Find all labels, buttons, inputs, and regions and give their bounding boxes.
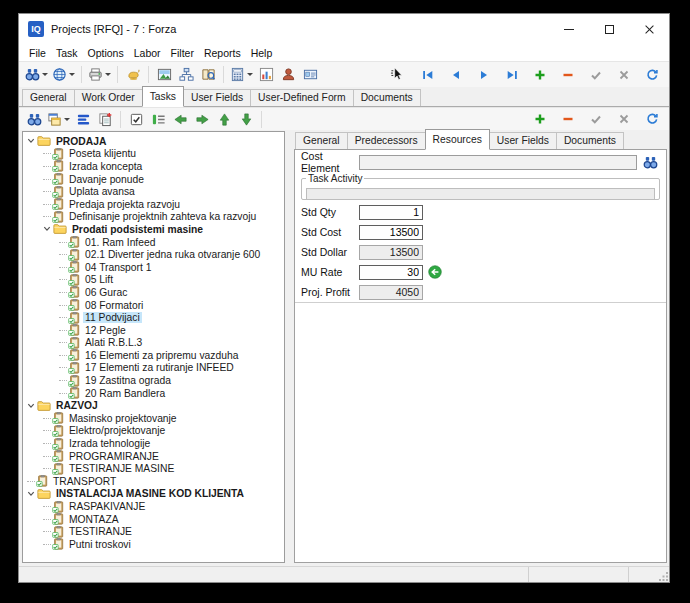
refresh-button[interactable] <box>642 64 662 85</box>
report-preview-button[interactable] <box>198 64 218 85</box>
cancel-button[interactable] <box>614 109 634 130</box>
tree-item[interactable]: Izrada tehnologije <box>23 437 284 450</box>
tree-item[interactable]: 04 Transport 1 <box>23 261 284 274</box>
std-cost-input[interactable] <box>359 225 423 240</box>
chevron-down-icon[interactable] <box>27 490 35 498</box>
tree-folder[interactable]: RAZVOJ <box>23 399 284 412</box>
tree-item[interactable]: TESTIRANJE <box>23 525 284 538</box>
tree-item[interactable]: Masinsko projektovanje <box>23 412 284 425</box>
tree-item[interactable]: Putni troskovi <box>23 538 284 551</box>
move-left-button[interactable] <box>170 109 190 130</box>
chevron-down-icon[interactable] <box>27 137 35 145</box>
tree-item[interactable]: 19 Zastitna ograda <box>23 374 284 387</box>
checklist-button[interactable] <box>126 109 146 130</box>
mu-rate-input[interactable] <box>359 265 423 280</box>
post-button[interactable] <box>586 109 606 130</box>
tree-item[interactable]: Izrada koncepta <box>23 160 284 173</box>
tree-item[interactable]: PROGRAMIRANJE <box>23 450 284 463</box>
detail-tab-predecessors[interactable]: Predecessors <box>347 132 426 149</box>
main-tab-user-fields[interactable]: User Fields <box>183 89 251 106</box>
std-qty-input[interactable] <box>359 205 423 220</box>
cost-element-input[interactable] <box>359 155 637 170</box>
recalculate-button[interactable] <box>428 265 442 279</box>
dropdown-arrow-icon[interactable] <box>69 73 75 76</box>
insert-task-button[interactable] <box>148 109 168 130</box>
cost-element-find-button[interactable] <box>640 154 660 170</box>
post-button[interactable] <box>586 64 606 85</box>
tree-folder[interactable]: INSTALACIJA MASINE KOD KLIJENTA <box>23 488 284 501</box>
maximize-button[interactable] <box>589 14 629 44</box>
tree-item[interactable]: Predaja projekta razvoju <box>23 198 284 211</box>
menu-options[interactable]: Options <box>83 47 129 59</box>
menu-reports[interactable]: Reports <box>199 47 246 59</box>
tree-item[interactable]: 12 Pegle <box>23 324 284 337</box>
menu-filter[interactable]: Filter <box>166 47 199 59</box>
cancel-button[interactable] <box>614 64 634 85</box>
tree-folder[interactable]: PRODAJA <box>23 135 284 148</box>
main-tab-general[interactable]: General <box>22 89 75 106</box>
main-tab-user-defined-form[interactable]: User-Defined Form <box>250 89 354 106</box>
titlebar[interactable]: IQ Projects [RFQ] - 7 : Forza <box>19 14 669 44</box>
detail-tab-resources[interactable]: Resources <box>425 129 490 150</box>
chart-button[interactable] <box>256 64 276 85</box>
dropdown-arrow-icon[interactable] <box>105 73 111 76</box>
close-button[interactable] <box>629 14 669 44</box>
tree-item[interactable]: Uplata avansa <box>23 185 284 198</box>
resize-grip[interactable] <box>657 570 669 582</box>
tree-item[interactable]: 20 Ram Bandlera <box>23 387 284 400</box>
minimize-button[interactable] <box>549 14 589 44</box>
nav-prev-button[interactable] <box>446 64 466 85</box>
contact-card-button[interactable] <box>300 64 320 85</box>
tree-item[interactable]: 17 Elementi za rutiranje INFEED <box>23 362 284 375</box>
menu-labor[interactable]: Labor <box>129 47 166 59</box>
tree-item[interactable]: Poseta klijentu <box>23 148 284 161</box>
find-button[interactable] <box>24 64 49 85</box>
tree-item[interactable]: TRANSPORT <box>23 475 284 488</box>
delete-button[interactable] <box>558 64 578 85</box>
move-right-button[interactable] <box>192 109 212 130</box>
print-button[interactable] <box>87 64 112 85</box>
dropdown-arrow-icon[interactable] <box>42 73 48 76</box>
tree-item[interactable]: MONTAZA <box>23 513 284 526</box>
tree-item[interactable]: Davanje ponude <box>23 173 284 186</box>
dropdown-arrow-icon[interactable] <box>247 73 253 76</box>
collapse-button[interactable] <box>73 109 93 130</box>
hierarchy-button[interactable] <box>176 64 196 85</box>
user-button[interactable] <box>278 64 298 85</box>
tree-item[interactable]: Definisanje projektnih zahteva ka razvoj… <box>23 211 284 224</box>
detail-tab-general[interactable]: General <box>295 132 348 149</box>
tree-item[interactable]: 02.1 Diverter jedna ruka otvaranje 600 <box>23 248 284 261</box>
calculator-button[interactable] <box>229 64 254 85</box>
main-tab-tasks[interactable]: Tasks <box>142 86 184 107</box>
chevron-down-icon[interactable] <box>43 225 51 233</box>
detail-tab-documents[interactable]: Documents <box>556 132 624 149</box>
menu-file[interactable]: File <box>24 47 51 59</box>
delete-button[interactable] <box>558 109 578 130</box>
tree-folder[interactable]: Prodati podsistemi masine <box>23 223 284 236</box>
tree-item[interactable]: 06 Gurac <box>23 286 284 299</box>
nav-last-button[interactable] <box>502 64 522 85</box>
add-button[interactable] <box>530 109 550 130</box>
tree-item[interactable]: Alati R.B.L.3 <box>23 337 284 350</box>
tree-item[interactable]: 16 Elementi za pripremu vazduha <box>23 349 284 362</box>
find-button[interactable] <box>24 109 44 130</box>
tree-item[interactable]: 11 Podvijaci <box>23 311 284 324</box>
move-down-button[interactable] <box>236 109 256 130</box>
add-button[interactable] <box>530 64 550 85</box>
tree-item[interactable]: 05 Lift <box>23 274 284 287</box>
menu-task[interactable]: Task <box>51 47 83 59</box>
nav-first-button[interactable] <box>418 64 438 85</box>
layout-button[interactable] <box>46 109 71 130</box>
picture-button[interactable] <box>154 64 174 85</box>
main-tab-documents[interactable]: Documents <box>353 89 421 106</box>
main-tab-work-order[interactable]: Work Order <box>74 89 143 106</box>
lamp-button[interactable] <box>123 64 143 85</box>
globe-button[interactable] <box>51 64 76 85</box>
dropdown-arrow-icon[interactable] <box>64 118 70 121</box>
tree-item[interactable]: 08 Formatori <box>23 299 284 312</box>
chevron-down-icon[interactable] <box>27 402 35 410</box>
menu-help[interactable]: Help <box>246 47 278 59</box>
move-up-button[interactable] <box>214 109 234 130</box>
tree-item[interactable]: RASPAKIVANJE <box>23 500 284 513</box>
copy-task-button[interactable] <box>95 109 115 130</box>
